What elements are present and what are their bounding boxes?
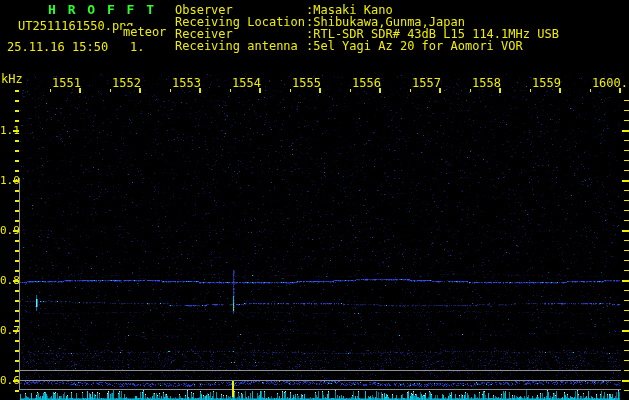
spectrogram-canvas [0,0,629,400]
hrofft-screen: H R O F F T UT2511161550.png meteor 25.1… [0,0,629,400]
time-axis-label: 1552 [112,77,141,89]
output-filename: UT2511161550.png [18,20,134,32]
observation-datetime: 25.11.16 15:50 [7,41,108,53]
freq-axis-unit: kHz [1,73,23,85]
time-axis-label: 1557 [412,77,441,89]
time-axis-label: 1600. [592,77,628,89]
time-axis-label: 1558 [472,77,501,89]
freq-axis-label: 0.8 [0,275,20,286]
time-axis-label: 1554 [232,77,261,89]
app-title: H R O F F T [48,3,156,16]
freq-axis-label: 0.6 [0,375,20,386]
mode-label: meteor [122,26,166,38]
time-axis-label: 1556 [352,77,381,89]
freq-axis-label: 0.9 [0,225,20,236]
time-axis-label: 1559 [532,77,561,89]
metadata-label: Receiving antenna [175,40,298,52]
freq-axis-label: 0.7 [0,325,20,336]
metadata-value: :5el Yagi Az 20 for Aomori VOR [306,40,523,52]
echo-count: 1. [130,41,144,53]
freq-axis-label: 1.1 [0,125,20,136]
time-axis-label: 1555 [292,77,321,89]
time-axis-label: 1551 [52,77,81,89]
freq-axis-label: 1.0 [0,175,20,186]
time-axis-label: 1553 [172,77,201,89]
